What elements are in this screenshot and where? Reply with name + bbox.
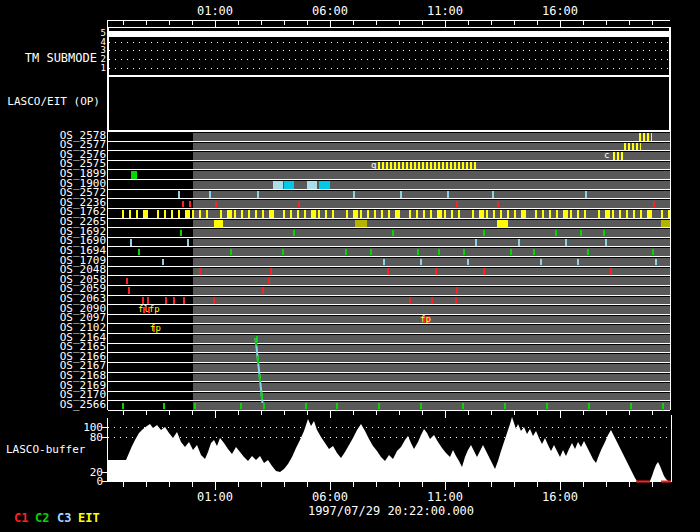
os-row-next-day-region xyxy=(193,335,670,343)
os-row xyxy=(108,227,670,237)
os-row-next-day-region xyxy=(193,354,670,362)
axis-tick xyxy=(583,482,584,487)
os-row xyxy=(108,256,670,266)
event-tick xyxy=(162,259,164,266)
event-tick xyxy=(298,201,300,208)
event-tick xyxy=(388,210,390,218)
lasco-buffer-label: LASCO-buffer xyxy=(6,443,85,456)
event-tick xyxy=(605,239,607,246)
event-tick xyxy=(580,230,582,237)
legend-item-c1: C1 xyxy=(14,511,28,525)
event-tick xyxy=(486,210,488,218)
event-annotation: fp xyxy=(150,323,161,333)
os-row-next-day-region xyxy=(193,191,670,199)
event-tick xyxy=(546,403,548,410)
event-tick xyxy=(194,403,196,410)
axis-tick xyxy=(284,482,285,487)
axis-tick xyxy=(652,482,653,487)
event-tick xyxy=(262,287,264,294)
event-tick xyxy=(318,210,320,218)
os-row xyxy=(108,208,670,218)
os-row: fp xyxy=(108,323,670,333)
os-row-next-day-region xyxy=(193,152,670,160)
event-tick xyxy=(199,268,201,275)
legend-item-c3: C3 xyxy=(57,511,71,525)
lasco-eit-op-panel xyxy=(108,76,670,131)
event-tick xyxy=(263,403,265,410)
event-tick xyxy=(345,249,347,256)
event-tick xyxy=(130,239,132,246)
event-tick xyxy=(420,403,422,410)
tm-level-label: 1 xyxy=(0,63,106,73)
event-tick xyxy=(507,210,509,218)
axis-tick xyxy=(238,482,239,487)
event-tick xyxy=(458,210,460,218)
axis-tick xyxy=(468,21,469,25)
axis-tick xyxy=(146,21,147,25)
hatched-bar xyxy=(613,152,625,160)
os-row-next-day-region xyxy=(193,325,670,333)
event-tick xyxy=(346,210,348,218)
event-tick xyxy=(187,239,189,246)
event-tick xyxy=(220,210,222,218)
os-row: c xyxy=(108,150,670,160)
buffer-y-tick xyxy=(102,481,107,482)
axis-tick xyxy=(353,411,354,415)
event-tick xyxy=(336,403,338,410)
axis-tick xyxy=(560,482,561,490)
event-tick xyxy=(518,239,520,246)
axis-tick xyxy=(376,411,377,415)
event-tick xyxy=(577,210,579,218)
event-tick xyxy=(214,220,223,228)
axis-tick xyxy=(146,411,147,415)
event-tick xyxy=(475,239,477,246)
axis-tick xyxy=(468,482,469,487)
os-row-next-day-region xyxy=(193,316,670,324)
event-tick xyxy=(138,249,140,256)
event-tick xyxy=(588,403,590,410)
event-tick xyxy=(234,210,236,218)
event-tick xyxy=(521,210,526,218)
event-tick xyxy=(157,210,159,218)
event-tick xyxy=(647,210,652,218)
os-row xyxy=(108,179,670,189)
event-tick xyxy=(360,210,362,218)
event-tick xyxy=(514,210,516,218)
event-tick xyxy=(147,297,149,304)
event-tick xyxy=(661,210,663,218)
time-label: 16:00 xyxy=(530,4,590,18)
axis-tick xyxy=(330,482,331,490)
axis-tick xyxy=(307,482,308,487)
event-tick xyxy=(438,249,440,256)
event-annotation: q xyxy=(371,160,376,170)
hatched-bar xyxy=(624,143,641,151)
event-tick xyxy=(570,210,572,218)
os-row xyxy=(108,285,670,295)
axis-tick xyxy=(261,21,262,25)
axis-tick xyxy=(284,411,285,415)
event-tick xyxy=(163,403,165,410)
event-tick xyxy=(556,210,558,218)
event-tick xyxy=(325,210,327,218)
os-row xyxy=(108,343,670,353)
event-tick xyxy=(293,230,295,237)
axis-tick xyxy=(399,411,400,415)
event-tick xyxy=(383,259,385,266)
event-tick xyxy=(183,297,185,304)
event-tick xyxy=(256,336,258,343)
axis-tick xyxy=(399,21,400,25)
event-tick xyxy=(619,210,621,218)
os-row-next-day-region xyxy=(193,345,670,353)
event-annotation: fp xyxy=(420,314,431,324)
axis-tick xyxy=(169,411,170,415)
event-tick xyxy=(479,210,484,218)
event-tick xyxy=(626,210,628,218)
tm-dotted-row xyxy=(109,42,669,43)
axis-tick xyxy=(215,482,216,490)
event-annotation: flfp xyxy=(138,304,160,314)
event-tick xyxy=(603,230,605,237)
tm-dotted-row xyxy=(109,59,669,60)
os-row xyxy=(108,169,670,179)
event-tick xyxy=(447,191,449,198)
event-tick xyxy=(241,210,243,218)
